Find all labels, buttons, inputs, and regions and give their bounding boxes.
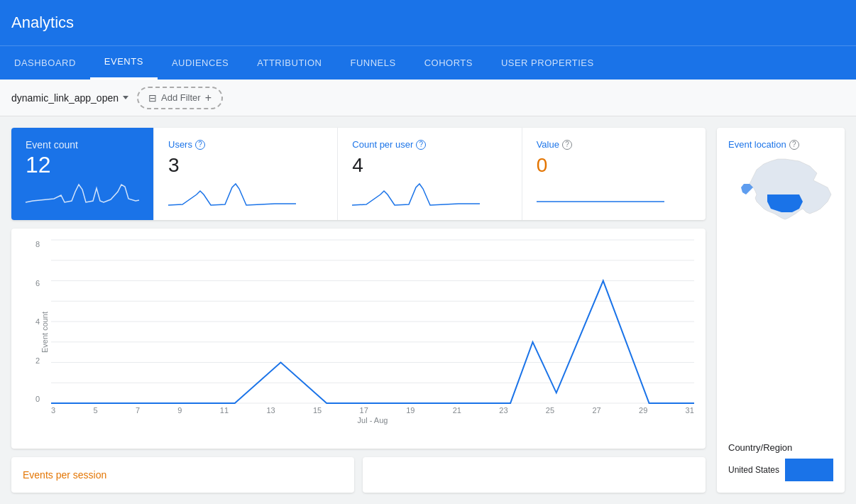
x-label-25: 25 [546,406,554,415]
add-filter-label: Add Filter [161,92,201,103]
bottom-row: Events per session [11,457,706,493]
filter-bar: dynamic_link_app_open ⊟ Add Filter + [0,80,856,116]
nav-item-funnels[interactable]: FUNNELS [336,45,410,80]
value-sparkline [537,180,691,209]
bottom-card-2 [363,457,706,493]
x-label-15: 15 [313,406,322,415]
event-count-sparkline [26,181,139,209]
value-label: Value [537,139,559,150]
us-bar [785,459,833,481]
nav-item-audiences[interactable]: AUDIENCES [158,45,243,80]
users-label-row: Users ? [168,139,323,150]
nav-item-dashboard[interactable]: DASHBOARD [0,45,90,80]
nav-item-user-properties[interactable]: USER PROPERTIES [487,45,608,80]
add-filter-plus-icon: + [205,92,212,104]
x-label-3: 3 [51,406,55,415]
chart-svg [51,240,694,403]
x-label-5: 5 [93,406,97,415]
event-location-title: Event location [728,139,786,150]
x-label-21: 21 [453,406,461,415]
add-filter-button[interactable]: ⊟ Add Filter + [137,87,223,109]
chart-card: Event count 8 6 4 2 0 [11,229,706,449]
country-name-us: United States [728,465,785,475]
y-label-8: 8 [35,240,40,248]
users-sparkline-svg [168,180,296,209]
x-axis: 3 5 7 9 11 13 15 17 19 21 23 25 27 29 [51,403,694,424]
main-nav: DASHBOARD EVENTS AUDIENCES ATTRIBUTION F… [0,45,856,80]
stats-card: Event count 12 Users ? 3 [11,128,706,220]
count-per-user-sparkline-svg [352,180,480,209]
users-help-icon[interactable]: ? [195,140,205,150]
map-area [728,155,833,437]
events-per-session-label: Events per session [23,469,106,481]
x-label-29: 29 [639,406,647,415]
event-dropdown[interactable]: dynamic_link_app_open [11,92,128,104]
event-location-title-row: Event location ? [728,139,833,150]
x-label-7: 7 [136,406,140,415]
x-label-9: 9 [177,406,182,415]
event-count-label: Event count [26,139,139,150]
y-label-4: 4 [35,317,40,326]
nav-item-cohorts[interactable]: COHORTS [410,45,487,80]
main-content: Event count 12 Users ? 3 [0,116,856,504]
value-sparkline-svg [537,180,664,209]
count-per-user-sparkline [352,180,507,209]
events-per-session-card: Events per session [11,457,354,493]
x-label-27: 27 [592,406,600,415]
x-label-23: 23 [499,406,507,415]
dropdown-arrow-icon [123,96,128,99]
y-label-2: 2 [35,356,40,365]
nav-item-attribution[interactable]: ATTRIBUTION [243,45,336,80]
users-sparkline [168,180,323,209]
count-per-user-help-icon[interactable]: ? [416,140,426,150]
users-label: Users [168,139,192,150]
event-count-box: Event count 12 [11,128,153,220]
value-help-icon[interactable]: ? [562,140,572,150]
event-count-value: 12 [26,153,139,176]
value-label-row: Value ? [537,139,691,150]
x-label-31: 31 [686,406,694,415]
country-region-label: Country/Region [728,442,833,453]
x-label-17: 17 [360,406,368,415]
stats-row: Event count 12 Users ? 3 [11,128,706,220]
value-box: Value ? 0 [522,128,706,220]
x-axis-title: Jul - Aug [51,416,694,424]
y-label-0: 0 [35,395,40,403]
event-dropdown-value: dynamic_link_app_open [11,92,119,104]
country-bar-row: United States [728,459,833,481]
x-label-19: 19 [406,406,415,415]
app-header: Analytics [0,0,856,45]
map-svg [728,155,833,241]
chart-area [51,240,694,403]
filter-icon: ⊟ [148,92,157,104]
x-label-11: 11 [220,406,229,415]
nav-item-events[interactable]: EVENTS [90,45,158,80]
users-value: 3 [168,154,323,177]
users-box: Users ? 3 [153,128,337,220]
count-per-user-box: Count per user ? 4 [337,128,521,220]
chart-wrapper: Event count 8 6 4 2 0 [23,240,694,424]
event-location-help-icon[interactable]: ? [789,140,799,150]
y-label-6: 6 [35,279,40,287]
left-panel: Event count 12 Users ? 3 [11,128,706,493]
count-per-user-label-row: Count per user ? [352,139,507,150]
x-label-13: 13 [266,406,275,415]
app-title: Analytics [11,13,74,32]
sparkline-svg [26,181,139,206]
count-per-user-label: Count per user [352,139,413,150]
count-per-user-value: 4 [352,154,507,177]
x-axis-labels: 3 5 7 9 11 13 15 17 19 21 23 25 27 29 [51,403,694,415]
y-axis: 8 6 4 2 0 [23,240,44,403]
value-value: 0 [537,154,691,177]
right-panel: Event location ? Country/Region United S… [717,128,845,493]
